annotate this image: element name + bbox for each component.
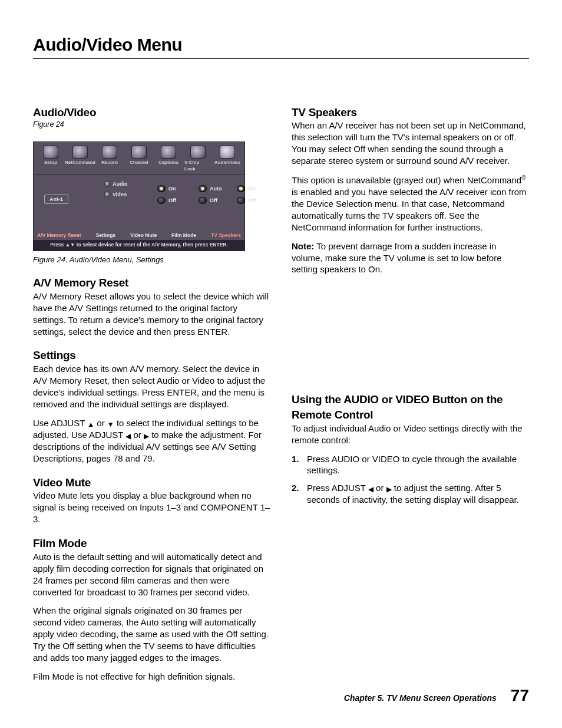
figure-tab-audiovideo: AudioVideo bbox=[214, 146, 241, 173]
radio-icon bbox=[199, 197, 207, 204]
figure-tab-netcommand: NetCommand bbox=[67, 146, 94, 173]
radio-icon bbox=[104, 192, 110, 197]
figure-audio-btn: Audio bbox=[104, 180, 128, 187]
figure-ant-box: Ant-1 bbox=[44, 195, 68, 204]
section-avreset: A/V Memory Reset A/V Memory Reset allows… bbox=[33, 275, 270, 337]
heading-audiovideo: Audio/Video bbox=[33, 105, 270, 120]
text-settings-1: Each device has its own A/V memory. Sele… bbox=[33, 363, 270, 410]
page-number: 77 bbox=[511, 684, 529, 707]
record-icon bbox=[102, 146, 117, 159]
figure-video-btn: Video bbox=[104, 191, 128, 198]
figure-tab-setup: Setup bbox=[37, 146, 64, 173]
chapter-label: Chapter 5. TV Menu Screen Operations bbox=[344, 693, 497, 704]
step-2: Press ADJUST ◀ or ▶ to adjust the settin… bbox=[292, 482, 529, 506]
heading-filmmode: Film Mode bbox=[33, 536, 270, 551]
radio-icon bbox=[104, 181, 110, 187]
lock-icon bbox=[190, 146, 206, 159]
radio-icon bbox=[237, 197, 245, 204]
figure-body: Ant-1 Audio Video On Off Auto Off On bbox=[34, 174, 244, 232]
left-triangle-icon: ◀ bbox=[368, 486, 373, 493]
registered-symbol: ® bbox=[521, 174, 525, 181]
steps-list: Press AUDIO or VIDEO to cycle through th… bbox=[292, 453, 529, 506]
heading-tvspeakers: TV Speakers bbox=[292, 105, 529, 120]
step-1: Press AUDIO or VIDEO to cycle through th… bbox=[292, 453, 529, 477]
figure-filmmode-col: Auto Off bbox=[199, 185, 222, 204]
section-tvspeakers: TV Speakers When an A/V receiver has not… bbox=[292, 105, 529, 276]
figure-tab-captions: Captions bbox=[155, 146, 182, 173]
heading-settings: Settings bbox=[33, 348, 270, 363]
figure-tab-vchip: V-Chip Lock bbox=[184, 146, 211, 173]
text-videomute: Video Mute lets you display a blue backg… bbox=[33, 490, 270, 525]
section-videomute: Video Mute Video Mute lets you display a… bbox=[33, 475, 270, 525]
audiovideo-icon bbox=[220, 146, 235, 159]
figure-videomute-col: On Off bbox=[157, 185, 176, 204]
radio-icon bbox=[157, 197, 166, 204]
section-filmmode: Film Mode Auto is the default setting an… bbox=[33, 536, 270, 683]
text-settings-2: Use ADJUST ▲ or ▼ to select the individu… bbox=[33, 417, 270, 465]
setup-icon bbox=[43, 146, 58, 159]
right-triangle-icon: ▶ bbox=[144, 433, 149, 440]
netcommand-icon bbox=[72, 146, 88, 159]
figure-tabs: Setup NetCommand Record Channel Captions… bbox=[34, 142, 244, 174]
text-filmmode-3: Film Mode is not effective for high defi… bbox=[33, 671, 270, 683]
figure-caption: Figure 24. Audio/Video Menu, Settings bbox=[33, 255, 270, 265]
figure-subheaders: A/V Memory Reset Settings Video Mute Fil… bbox=[34, 232, 244, 240]
up-triangle-icon: ▲ bbox=[87, 421, 94, 428]
radio-icon bbox=[237, 185, 245, 192]
left-column: Audio/Video Figure 24 Setup NetCommand R… bbox=[33, 105, 270, 694]
figure-screenshot: Setup NetCommand Record Channel Captions… bbox=[33, 141, 245, 251]
heading-avreset: A/V Memory Reset bbox=[33, 275, 270, 291]
text-tvspeakers-note: Note: To prevent damage from a sudden in… bbox=[292, 241, 529, 276]
text-avreset: A/V Memory Reset allows you to select th… bbox=[33, 291, 270, 338]
heading-using-remote: Using the AUDIO or VIDEO Button on the R… bbox=[292, 392, 529, 422]
section-using-remote: Using the AUDIO or VIDEO Button on the R… bbox=[292, 392, 529, 506]
vertical-spacer bbox=[292, 286, 529, 392]
text-tvspeakers-1: When an A/V receiver has not been set up… bbox=[292, 120, 529, 167]
page-footer: Chapter 5. TV Menu Screen Operations 77 bbox=[344, 684, 529, 707]
figure-tvspeakers-col: On Off bbox=[237, 185, 256, 204]
figure-ref: Figure 24 bbox=[33, 120, 270, 130]
left-triangle-icon: ◀ bbox=[125, 433, 131, 440]
section-settings: Settings Each device has its own A/V mem… bbox=[33, 348, 270, 464]
channel-icon bbox=[131, 146, 147, 159]
figure-tab-record: Record bbox=[96, 146, 123, 173]
section-audiovideo: Audio/Video Figure 24 Setup NetCommand R… bbox=[33, 105, 270, 265]
text-filmmode-2: When the original signals originated on … bbox=[33, 605, 270, 664]
figure-av-buttons: Audio Video bbox=[104, 180, 128, 198]
figure-tab-channel: Channel bbox=[125, 146, 153, 173]
right-triangle-icon: ▶ bbox=[386, 486, 392, 493]
captions-icon bbox=[161, 146, 176, 159]
text-filmmode-1: Auto is the default setting and will aut… bbox=[33, 551, 270, 598]
radio-icon bbox=[157, 185, 166, 192]
text-using-remote: To adjust individual Audio or Video sett… bbox=[292, 423, 529, 446]
figure-footer: Press ▲▼ to select device for reset of t… bbox=[34, 240, 244, 250]
down-triangle-icon: ▼ bbox=[107, 421, 114, 428]
heading-videomute: Video Mute bbox=[33, 475, 270, 490]
radio-icon bbox=[199, 185, 207, 192]
page-title: Audio/Video Menu bbox=[33, 33, 529, 59]
right-column: TV Speakers When an A/V receiver has not… bbox=[292, 105, 529, 694]
two-column-layout: Audio/Video Figure 24 Setup NetCommand R… bbox=[33, 105, 529, 694]
text-tvspeakers-2: This option is unavailable (grayed out) … bbox=[292, 174, 529, 233]
note-label: Note: bbox=[292, 241, 314, 251]
